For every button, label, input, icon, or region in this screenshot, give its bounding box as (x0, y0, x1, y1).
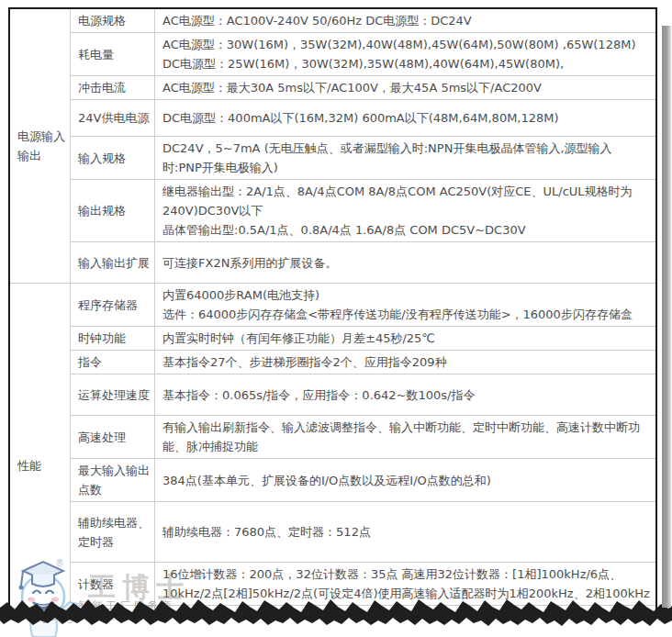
table-row: 时钟功能 内置实时时钟（有闰年修正功能）月差±45秒/25℃ (10, 327, 656, 351)
table-row: 输入输出扩展 可连接FX2N系列用的扩展设备。 (10, 242, 656, 284)
table-row: 耗电量 AC电源型：30W(16M)，35W(32M),40W(48M),45W… (10, 33, 656, 76)
value-line: DC电源型：400mA以下(16M,32M) 600mA以下(48M,64M,8… (162, 108, 650, 128)
spec-label: 程序存储器 (71, 284, 155, 327)
table-row: 辅助续电器、定时器 辅助续电器：7680点、定时器：512点 (10, 502, 656, 563)
spec-label: 输入输出扩展 (71, 242, 155, 284)
value-line: DC24V，5~7mA (无电压触点、或者漏型输入时:NPN开集电极晶体管输入,… (162, 139, 650, 177)
value-line: DC电源型：25W(16M)，30W(32M),35W(48M),40W(64M… (162, 54, 650, 73)
spec-label: 耗电量 (71, 33, 155, 76)
spec-value: 384点(基本单元、扩展设备的I/O点数以及远程I/O点数的总和) (155, 459, 656, 502)
spec-value: 基本指令：0.065s/指令，应用指令：0.642~数100s/指令 (155, 374, 656, 416)
value-line: 内置实时时钟（有闰年修正功能）月差±45秒/25℃ (162, 329, 650, 348)
spec-label: 时钟功能 (71, 327, 155, 351)
value-line: 晶体管输出型:0.5A/1点、0.8A/4点 1.6A/8点 COM DC5V~… (162, 220, 650, 240)
spec-value: DC电源型：400mA以下(16M,32M) 600mA以下(48M,64M,8… (155, 100, 656, 137)
spec-value: 辅助续电器：7680点、定时器：512点 (155, 502, 656, 563)
spec-table: 电源输入输出 电源规格 AC电源型：AC100V-240V 50/60Hz DC… (9, 8, 656, 617)
spec-value: 可连接FX2N系列用的扩展设备。 (155, 242, 656, 284)
value-line: AC电源型：最大30A 5ms以下/AC100V，最大45A 5ms以下/AC2… (162, 78, 650, 97)
spec-label: 辅助续电器、定时器 (71, 502, 155, 563)
page-sheet: 电源输入输出 电源规格 AC电源型：AC100V-240V 50/60Hz DC… (8, 7, 657, 617)
value-line: 384点(基本单元、扩展设备的I/O点数以及远程I/O点数的总和) (162, 471, 650, 490)
spec-value: DC24V，5~7mA (无电压触点、或者漏型输入时:NPN开集电极晶体管输入,… (155, 137, 656, 180)
table-row: 运算处理速度 基本指令：0.065s/指令，应用指令：0.642~数100s/指… (10, 374, 656, 416)
spec-value: AC电源型：30W(16M)，35W(32M),40W(48M),45W(64M… (155, 33, 656, 76)
spec-label: 输入规格 (71, 137, 155, 180)
value-line: 基本指令：0.065s/指令，应用指令：0.642~数100s/指令 (162, 386, 650, 405)
page-shadow (662, 26, 671, 608)
spec-value: 继电器输出型：2A/1点、8A/4点COM 8A/8点COM AC250V(对应… (155, 180, 656, 242)
value-line: 有输入输出刷新指令、输入滤波调整指令、输入中断功能、定时中断功能、高速计数中断功… (162, 418, 650, 456)
spec-label: 最大输入输出点数 (71, 459, 155, 502)
category-cell-performance: 性能 (10, 284, 71, 618)
spec-value: AC电源型：AC100V-240V 50/60Hz DC电源型：DC24V (155, 9, 656, 33)
spec-label: 电源规格 (71, 9, 155, 33)
value-line: 选件：64000步闪存存储盒<带程序传送功能/没有程序传送功能>，16000步闪… (162, 305, 650, 324)
table-row: 输入规格 DC24V，5~7mA (无电压触点、或者漏型输入时:NPN开集电极晶… (10, 137, 656, 180)
spec-value: 基本指令27个、步进梯形圈指令2个、应用指令209种 (155, 351, 656, 374)
category-cell-power-io: 电源输入输出 (10, 9, 71, 284)
table-row: 性能 程序存储器 内置64000步RAM(电池支持) 选件：64000步闪存存储… (10, 284, 656, 327)
spec-label: 高速处理 (71, 416, 155, 459)
value-line: 辅助续电器：7680点、定时器：512点 (162, 522, 650, 542)
table-row: 高速处理 有输入输出刷新指令、输入滤波调整指令、输入中断功能、定时中断功能、高速… (10, 416, 656, 459)
table-row: 指令 基本指令27个、步进梯形圈指令2个、应用指令209种 (10, 351, 656, 374)
table-row: 最大输入输出点数 384点(基本单元、扩展设备的I/O点数以及远程I/O点数的总… (10, 459, 656, 502)
value-line: 可连接FX2N系列用的扩展设备。 (162, 253, 650, 273)
table-row: 电源输入输出 电源规格 AC电源型：AC100V-240V 50/60Hz DC… (10, 9, 656, 33)
spec-value: 有输入输出刷新指令、输入滤波调整指令、输入中断功能、定时中断功能、高速计数中断功… (155, 416, 656, 459)
spec-label: 指令 (71, 351, 155, 374)
value-line: 基本指令27个、步进梯形圈指令2个、应用指令209种 (162, 352, 650, 372)
spec-value: AC电源型：最大30A 5ms以下/AC100V，最大45A 5ms以下/AC2… (155, 76, 656, 100)
table-row: 24V供电电源 DC电源型：400mA以下(16M,32M) 600mA以下(4… (10, 100, 656, 137)
value-line: AC电源型：AC100V-240V 50/60Hz DC电源型：DC24V (162, 11, 650, 30)
spec-value: 内置实时时钟（有闰年修正功能）月差±45秒/25℃ (155, 327, 656, 351)
value-line: 内置64000步RAM(电池支持) (162, 285, 650, 305)
spec-label: 运算处理速度 (71, 374, 155, 416)
value-line: AC电源型：30W(16M)，35W(32M),40W(48M),45W(64M… (162, 35, 650, 54)
table-row: 冲击电流 AC电源型：最大30A 5ms以下/AC100V，最大45A 5ms以… (10, 76, 656, 100)
table-row: 输出规格 继电器输出型：2A/1点、8A/4点COM 8A/8点COM AC25… (10, 180, 656, 242)
torn-edge (0, 595, 672, 637)
spec-label: 24V供电电源 (71, 100, 155, 137)
spec-value: 内置64000步RAM(电池支持) 选件：64000步闪存存储盒<带程序传送功能… (155, 284, 656, 327)
spec-label: 冲击电流 (71, 76, 155, 100)
spec-label: 输出规格 (71, 180, 155, 242)
value-line: 继电器输出型：2A/1点、8A/4点COM 8A/8点COM AC250V(对应… (162, 182, 650, 220)
